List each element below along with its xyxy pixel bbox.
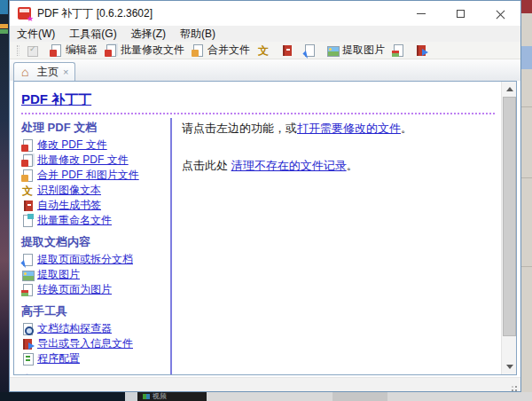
- toolbar-toggle-button[interactable]: [24, 43, 45, 58]
- window-controls: [401, 1, 520, 26]
- scroll-down-button[interactable]: [502, 359, 517, 374]
- list-item: 识别图像文本: [21, 184, 167, 197]
- page-to-image-icon: [392, 44, 404, 57]
- merge-icon: [192, 44, 204, 57]
- toolbar-bookmark-button[interactable]: [278, 43, 299, 58]
- menu-toolbox[interactable]: 工具箱(G): [62, 26, 123, 42]
- tab-home[interactable]: 主页 ×: [13, 62, 75, 81]
- close-button[interactable]: [481, 1, 520, 26]
- list-item: 批量修改 PDF 文件: [21, 153, 167, 167]
- background-window-row-line: [521, 106, 532, 107]
- background-window-row-line: [521, 177, 532, 178]
- link-batch-modify-pdf[interactable]: 批量修改 PDF 文件: [37, 153, 129, 168]
- section-heading-extract: 提取文档内容: [21, 234, 167, 250]
- toolbar-extract-image-button[interactable]: 提取图片: [324, 42, 387, 59]
- list-item: 合并 PDF 和图片文件: [21, 169, 167, 182]
- link-settings[interactable]: 程序配置: [37, 351, 80, 366]
- bookmark-icon: [280, 44, 293, 57]
- link-extract-images[interactable]: 提取图片: [37, 267, 80, 282]
- toolbar-page-to-image-button[interactable]: [389, 43, 411, 58]
- menu-file[interactable]: 文件(W): [10, 26, 62, 42]
- background-window-bottom: 视频: [0, 392, 532, 401]
- titlebar[interactable]: PDF 补丁丁 [0.6.2.3602]: [10, 1, 520, 26]
- app-icon: [18, 7, 31, 20]
- toolbar-grip: [17, 45, 20, 56]
- menu-help[interactable]: 帮助(B): [173, 26, 223, 42]
- video-icon: [143, 394, 150, 399]
- video-label: 视频: [153, 392, 167, 401]
- toolbar-merge-label: 合并文件: [207, 43, 250, 58]
- scroll-down-icon: [506, 365, 513, 369]
- background-video-item: 视频: [137, 392, 207, 401]
- list-item: 文档结构探查器: [21, 322, 167, 335]
- instruction-text: 点击此处: [182, 159, 231, 172]
- extract-pages-icon: [21, 254, 34, 266]
- ocr-icon: [21, 185, 34, 197]
- vertical-scrollbar[interactable]: [501, 82, 516, 374]
- section-heading-advanced: 高手工具: [21, 303, 167, 319]
- menu-select[interactable]: 选择(Z): [124, 26, 173, 42]
- home-title-link[interactable]: PDF 补丁丁: [21, 91, 91, 108]
- link-batch-rename[interactable]: 批量重命名文件: [37, 213, 112, 228]
- structure-explorer-icon: [21, 323, 34, 335]
- link-modify-pdf[interactable]: 修改 PDF 文件: [37, 138, 107, 153]
- background-window-fragment: [125, 392, 137, 401]
- link-merge-pdf[interactable]: 合并 PDF 和图片文件: [37, 168, 139, 183]
- extract-image-icon: [21, 269, 34, 281]
- info-file-icon: [415, 44, 427, 57]
- background-window-row-line: [521, 266, 532, 267]
- resize-grip[interactable]: [515, 386, 517, 388]
- scrollbar-thumb[interactable]: [503, 97, 516, 336]
- desktop-icon-fragment: [0, 0, 8, 14]
- bookmark-icon: [21, 200, 34, 212]
- extract-image-icon: [326, 44, 339, 57]
- background-window-fragment: [332, 392, 387, 401]
- checkbox-icon: [27, 44, 39, 57]
- tab-home-label: 主页: [37, 65, 59, 80]
- menu-bar: 文件(W) 工具箱(G) 选择(Z) 帮助(B): [10, 26, 520, 42]
- link-page-to-image[interactable]: 转换页面为图片: [37, 282, 112, 297]
- toolbar: 编辑器 批量修改文件 合并文件 提取图片: [10, 42, 520, 59]
- background-window-titlebar-fragment: [521, 0, 532, 13]
- settings-icon: [21, 353, 34, 366]
- pdf-batch-icon: [105, 44, 117, 57]
- open-file-link[interactable]: 打开需要修改的文件: [297, 122, 401, 135]
- status-bar: [10, 377, 520, 391]
- home-icon: [20, 66, 33, 78]
- desktop-icon-fragment: [0, 24, 8, 28]
- link-auto-bookmark[interactable]: 自动生成书签: [37, 198, 101, 213]
- list-item: 批量重命名文件: [21, 214, 167, 227]
- toolbar-extract-pages-button[interactable]: [301, 43, 322, 58]
- toolbar-merge-button[interactable]: 合并文件: [189, 42, 253, 59]
- minimize-icon: [417, 13, 426, 14]
- background-window-right: [521, 0, 532, 401]
- pdf-batch-icon: [21, 154, 34, 167]
- home-panel: PDF 补丁丁 处理 PDF 文档 修改 PDF 文件 批量修改 PDF 文件 …: [13, 81, 517, 375]
- desktop-background-left: [0, 0, 9, 401]
- list-item: 导出或导入信息文件: [21, 337, 167, 350]
- clean-records-link[interactable]: 清理不存在的文件记录: [231, 159, 347, 172]
- link-ocr[interactable]: 识别图像文本: [37, 183, 101, 198]
- tab-close-icon[interactable]: ×: [63, 67, 68, 77]
- instruction-pane: 请点击左边的功能，或打开需要修改的文件。 点击此处 清理不存在的文件记录。: [172, 118, 497, 375]
- function-list: 处理 PDF 文档 修改 PDF 文件 批量修改 PDF 文件 合并 PDF 和…: [21, 118, 172, 375]
- window-title: PDF 补丁丁 [0.6.2.3602]: [37, 6, 153, 21]
- desktop-icon-fragment: [0, 29, 8, 34]
- link-info-file[interactable]: 导出或导入信息文件: [37, 336, 133, 351]
- toolbar-info-file-button[interactable]: [412, 43, 434, 58]
- minimize-button[interactable]: [401, 1, 441, 26]
- pdf-edit-icon: [21, 139, 34, 152]
- pdf-edit-icon: [50, 44, 62, 57]
- link-extract-pages[interactable]: 提取页面或拆分文档: [37, 252, 133, 267]
- list-item: 提取页面或拆分文档: [21, 253, 167, 266]
- toolbar-ocr-button[interactable]: [254, 43, 276, 58]
- link-structure-explorer[interactable]: 文档结构探查器: [37, 321, 112, 336]
- maximize-button[interactable]: [441, 1, 481, 26]
- home-content: PDF 补丁丁 处理 PDF 文档 修改 PDF 文件 批量修改 PDF 文件 …: [14, 82, 500, 374]
- section-heading-process: 处理 PDF 文档: [21, 120, 167, 136]
- toolbar-batch-modify-button[interactable]: 批量修改文件: [102, 42, 187, 59]
- maximize-icon: [457, 10, 465, 18]
- toolbar-editor-button[interactable]: 编辑器: [47, 42, 100, 59]
- list-item: 修改 PDF 文件: [21, 138, 167, 152]
- scroll-up-button[interactable]: [502, 82, 517, 97]
